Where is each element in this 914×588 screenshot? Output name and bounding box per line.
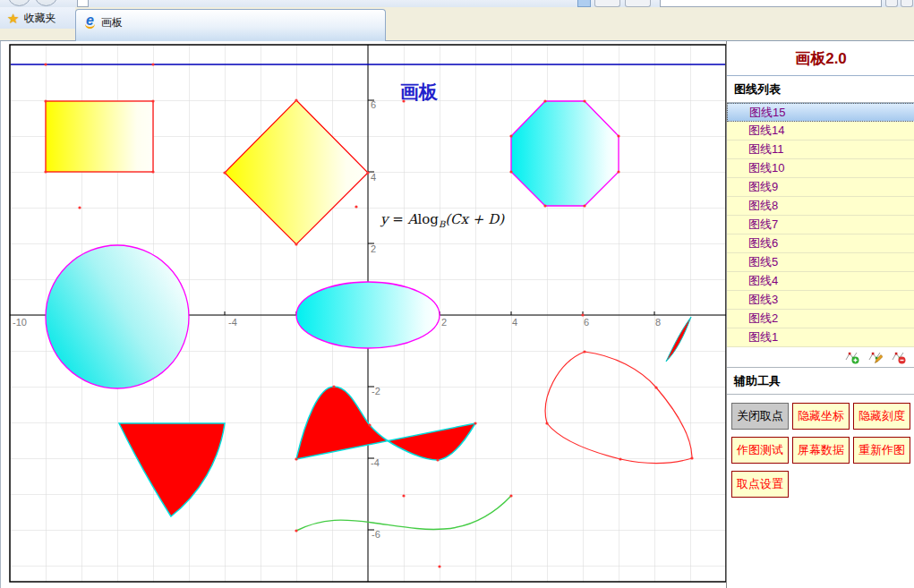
- chrome-button[interactable]: [901, 0, 913, 7]
- y-axis-label: -6: [372, 529, 380, 540]
- canvas-title[interactable]: 画板: [400, 82, 438, 102]
- curve-list-item[interactable]: 图线10: [727, 159, 914, 178]
- hide-scale-button[interactable]: 隐藏刻度: [853, 403, 910, 430]
- curve-list: 图线15 图线14 图线11 图线10 图线9 图线8 图线7 图线6 图线5 …: [727, 103, 914, 347]
- edit-curve-icon[interactable]: [868, 350, 883, 364]
- cyan-circle[interactable]: [46, 245, 189, 388]
- delete-curve-icon[interactable]: [892, 350, 906, 364]
- y-axis-label: -4: [371, 457, 380, 468]
- cyan-ellipse[interactable]: [296, 282, 440, 348]
- curve-list-item[interactable]: 图线2: [727, 310, 914, 328]
- close-point-button[interactable]: 关闭取点: [731, 403, 789, 430]
- chrome-button-active[interactable]: [577, 0, 591, 7]
- page-content: 画板 y = AlogB(Cx + D) -10 -4 2 4 6 8 6 4 …: [0, 41, 914, 588]
- redraw-button[interactable]: 重新作图: [853, 437, 910, 464]
- draw-test-button[interactable]: 作图测试: [731, 437, 789, 464]
- x-axis-label: 6: [584, 317, 589, 328]
- x-axis-label: 2: [441, 317, 447, 328]
- curve-list-item[interactable]: 图线9: [727, 178, 914, 197]
- canvas-svg[interactable]: [1, 41, 726, 588]
- tab-bar: ★ 收藏夹 e 画板: [0, 7, 914, 41]
- y-axis-label: 4: [371, 172, 376, 183]
- app-title: 画板2.0: [727, 41, 914, 76]
- chrome-button[interactable]: [594, 0, 620, 7]
- curve-list-item[interactable]: 图线7: [727, 216, 914, 234]
- curve-list-item[interactable]: 图线3: [727, 291, 914, 310]
- y-axis-label: 2: [371, 243, 376, 254]
- curve-list-item[interactable]: 图线15: [727, 103, 914, 122]
- x-axis-label: -10: [13, 317, 27, 328]
- tab-title: 画板: [101, 14, 123, 30]
- y-axis-label: -2: [372, 386, 380, 396]
- yellow-rectangle[interactable]: [46, 101, 153, 172]
- search-input-partial[interactable]: [660, 0, 882, 7]
- browser-chrome-partial: [0, 0, 914, 7]
- curve-list-item[interactable]: 图线11: [727, 141, 914, 159]
- curve-list-item[interactable]: 图线4: [727, 272, 914, 291]
- forward-button[interactable]: [34, 0, 58, 6]
- chrome-button[interactable]: [625, 0, 651, 7]
- canvas-formula[interactable]: y = AlogB(Cx + D): [380, 211, 504, 229]
- favicon-box: [77, 0, 89, 7]
- screen-data-button[interactable]: 屏幕数据: [792, 437, 850, 464]
- tools-header: 辅助工具: [727, 367, 914, 395]
- curve-list-actions: [727, 347, 914, 367]
- back-button[interactable]: [7, 0, 31, 6]
- x-axis-label: 4: [512, 317, 517, 328]
- add-curve-icon[interactable]: [845, 350, 859, 364]
- curve-list-item[interactable]: 图线8: [727, 197, 914, 216]
- browser-window: ★ 收藏夹 e 画板: [0, 0, 914, 588]
- point-settings-button[interactable]: 取点设置: [731, 471, 789, 498]
- tools-grid: 关闭取点隐藏坐标隐藏刻度作图测试屏幕数据重新作图取点设置: [727, 395, 914, 501]
- curve-list-header: 图线列表: [727, 76, 914, 103]
- chrome-button[interactable]: [885, 0, 898, 7]
- drawing-canvas[interactable]: 画板 y = AlogB(Cx + D) -10 -4 2 4 6 8 6 4 …: [1, 41, 726, 588]
- curve-list-item[interactable]: 图线5: [727, 253, 914, 272]
- ie-icon: e: [85, 14, 95, 29]
- sidebar: 画板2.0 图线列表 图线15 图线14 图线11 图线10 图线9 图线8 图…: [726, 41, 914, 588]
- curve-list-item[interactable]: 图线6: [727, 234, 914, 253]
- favorites-label: 收藏夹: [23, 11, 56, 26]
- curve-list-item[interactable]: 图线1: [727, 328, 914, 347]
- x-axis-label: 8: [655, 317, 661, 328]
- hide-coords-button[interactable]: 隐藏坐标: [792, 403, 850, 430]
- favorites-button[interactable]: ★ 收藏夹: [0, 7, 75, 29]
- curve-list-item[interactable]: 图线14: [727, 122, 914, 141]
- y-axis-label: 6: [371, 99, 376, 110]
- browser-tab[interactable]: e 画板: [75, 9, 386, 41]
- x-axis-label: -4: [228, 317, 237, 328]
- favorites-star-icon: ★: [7, 12, 19, 25]
